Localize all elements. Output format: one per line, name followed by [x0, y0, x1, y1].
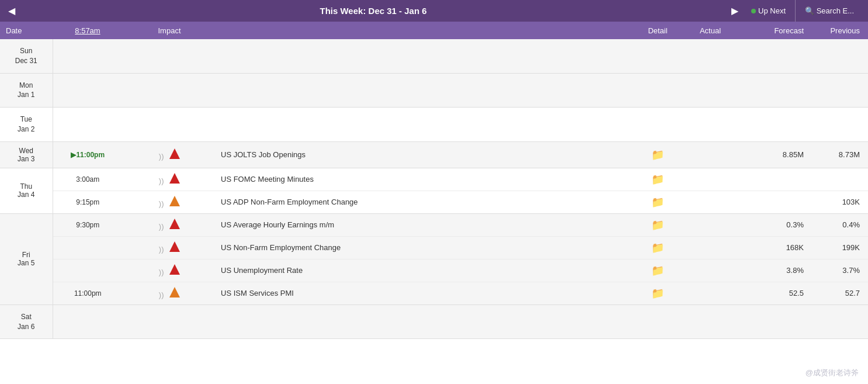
event-detail[interactable]: 📁 — [634, 141, 681, 168]
folder-icon: 📁 — [651, 219, 664, 231]
event-name: US ISM Services PMI — [216, 282, 634, 305]
folder-icon: 📁 — [651, 242, 664, 254]
event-row: )) US Non-Farm Employment Change📁168K199… — [0, 236, 868, 259]
event-previous: 3.7% — [810, 259, 868, 282]
event-previous — [810, 168, 868, 191]
event-impact: )) — [123, 259, 216, 282]
event-row: )) US Unemployment Rate📁3.8%3.7% — [0, 259, 868, 282]
event-detail[interactable]: 📁 — [634, 259, 681, 282]
empty-day-content — [53, 39, 868, 73]
impact-icon-high — [169, 241, 180, 252]
col-header-detail: Detail — [634, 26, 681, 35]
event-name: US Average Hourly Earnings m/m — [216, 213, 634, 236]
event-forecast — [739, 191, 810, 213]
event-name: US Non-Farm Employment Change — [216, 236, 634, 259]
folder-icon: 📁 — [651, 174, 664, 185]
event-row: 9:15pm)) US ADP Non-Farm Employment Chan… — [0, 191, 868, 213]
folder-icon: 📁 — [651, 196, 664, 208]
event-name: US Unemployment Rate — [216, 259, 634, 282]
event-row: WedJan 3▶11:00pm)) US JOLTS Job Openings… — [0, 141, 868, 168]
event-time: 3:00am — [53, 168, 123, 191]
search-label: 🔍 Search E... — [805, 6, 854, 15]
event-time: ▶11:00pm — [53, 141, 123, 168]
event-previous: 0.4% — [810, 213, 868, 236]
day-label: Tue Jan 2 — [0, 108, 53, 142]
event-detail[interactable]: 📁 — [634, 168, 681, 191]
prev-week-button[interactable]: ◀ — [5, 4, 19, 18]
day-label: Sat Jan 6 — [0, 305, 53, 339]
col-header-forecast: Forecast — [739, 26, 810, 35]
event-impact: )) — [123, 213, 216, 236]
day-label: Sun Dec 31 — [0, 39, 53, 73]
folder-icon: 📁 — [651, 265, 664, 276]
event-forecast: 52.5 — [739, 282, 810, 305]
col-header-time[interactable]: 8:57am — [53, 26, 123, 35]
col-header-previous: Previous — [810, 26, 868, 35]
event-name: US JOLTS Job Openings — [216, 141, 634, 168]
event-forecast: 168K — [739, 236, 810, 259]
folder-icon: 📁 — [651, 288, 664, 299]
event-time: 9:30pm — [53, 213, 123, 236]
event-actual — [681, 282, 739, 305]
col-header-actual: Actual — [681, 26, 739, 35]
event-actual — [681, 191, 739, 213]
event-impact: )) — [123, 236, 216, 259]
week-title: This Week: Dec 31 - Jan 6 — [19, 6, 728, 16]
day-row: Sat Jan 6 — [0, 305, 868, 339]
impact-icon-high — [169, 219, 180, 229]
impact-icon-high — [169, 173, 180, 184]
day-label: ThuJan 4 — [0, 168, 53, 213]
empty-day-content — [53, 305, 868, 339]
event-detail[interactable]: 📁 — [634, 191, 681, 213]
event-row: FriJan 59:30pm)) US Average Hourly Earni… — [0, 213, 868, 236]
event-actual — [681, 259, 739, 282]
event-impact: )) — [123, 191, 216, 213]
impact-icon-medium — [169, 196, 180, 206]
up-next-section[interactable]: Up Next — [742, 0, 796, 22]
folder-icon: 📁 — [651, 149, 664, 161]
event-time: 9:15pm — [53, 191, 123, 213]
event-forecast: 8.85M — [739, 141, 810, 168]
event-actual — [681, 236, 739, 259]
header-right: Up Next 🔍 Search E... — [742, 0, 863, 22]
event-impact: )) — [123, 141, 216, 168]
event-detail[interactable]: 📁 — [634, 236, 681, 259]
empty-day-content — [53, 108, 868, 142]
calendar-table: Sun Dec 31 Mon Jan 1 Tue Jan 2 WedJan 3▶… — [0, 39, 868, 339]
day-label: WedJan 3 — [0, 141, 53, 168]
day-row: Mon Jan 1 — [0, 73, 868, 108]
event-row: 11:00pm)) US ISM Services PMI📁52.552.7 — [0, 282, 868, 305]
up-next-label: Up Next — [758, 6, 786, 15]
event-forecast — [739, 168, 810, 191]
day-label: Mon Jan 1 — [0, 73, 53, 108]
col-header-impact: Impact — [123, 26, 216, 35]
next-week-button[interactable]: ▶ — [728, 4, 742, 18]
column-headers: Date 8:57am Impact Detail Actual Forecas… — [0, 22, 868, 39]
impact-icon-high — [169, 148, 180, 159]
event-time — [53, 236, 123, 259]
event-name: US ADP Non-Farm Employment Change — [216, 191, 634, 213]
header-bar: ◀ This Week: Dec 31 - Jan 6 ▶ Up Next 🔍 … — [0, 0, 868, 22]
day-row: Sun Dec 31 — [0, 39, 868, 73]
event-forecast: 3.8% — [739, 259, 810, 282]
day-row: Tue Jan 2 — [0, 108, 868, 142]
event-previous: 103K — [810, 191, 868, 213]
event-previous: 199K — [810, 236, 868, 259]
event-detail[interactable]: 📁 — [634, 282, 681, 305]
event-time — [53, 259, 123, 282]
impact-icon-high — [169, 264, 180, 275]
event-name: US FOMC Meeting Minutes — [216, 168, 634, 191]
event-impact: )) — [123, 282, 216, 305]
empty-day-content — [53, 73, 868, 108]
day-label: FriJan 5 — [0, 213, 53, 305]
event-time: 11:00pm — [53, 282, 123, 305]
event-previous: 52.7 — [810, 282, 868, 305]
event-forecast: 0.3% — [739, 213, 810, 236]
event-actual — [681, 141, 739, 168]
event-previous: 8.73M — [810, 141, 868, 168]
col-header-date: Date — [0, 26, 53, 35]
impact-icon-medium — [169, 287, 180, 297]
search-section[interactable]: 🔍 Search E... — [796, 0, 863, 22]
event-detail[interactable]: 📁 — [634, 213, 681, 236]
event-actual — [681, 168, 739, 191]
